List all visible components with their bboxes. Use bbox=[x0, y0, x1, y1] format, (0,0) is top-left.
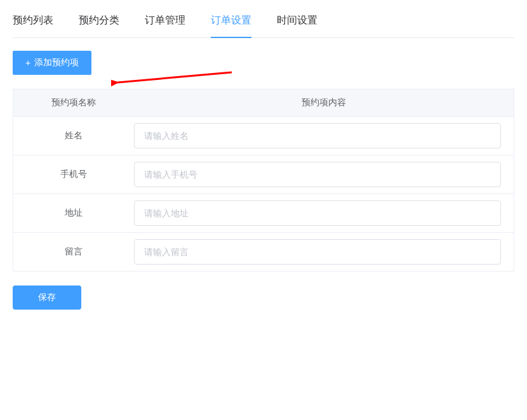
row-name-label: 留言 bbox=[13, 246, 134, 258]
tab-appointment-category[interactable]: 预约分类 bbox=[79, 1, 132, 37]
table-row: 地址 bbox=[13, 194, 514, 233]
row-name-label: 姓名 bbox=[13, 130, 134, 141]
phone-input[interactable] bbox=[134, 162, 501, 187]
table-header: 预约项名称 预约项内容 bbox=[13, 89, 514, 117]
address-input[interactable] bbox=[134, 200, 501, 226]
add-appointment-item-button[interactable]: + 添加预约项 bbox=[13, 51, 91, 75]
table-row: 姓名 bbox=[13, 117, 514, 155]
tab-time-settings[interactable]: 时间设置 bbox=[277, 1, 330, 37]
tab-order-settings[interactable]: 订单设置 bbox=[211, 1, 264, 37]
plus-icon: + bbox=[25, 58, 30, 67]
tabs-nav: 预约列表 预约分类 订单管理 订单设置 时间设置 bbox=[13, 1, 514, 38]
save-button[interactable]: 保存 bbox=[13, 285, 81, 310]
svg-line-1 bbox=[117, 72, 232, 82]
table-row: 手机号 bbox=[13, 155, 514, 194]
add-button-label: 添加预约项 bbox=[34, 57, 79, 69]
table-row: 留言 bbox=[13, 233, 514, 271]
tab-order-manage[interactable]: 订单管理 bbox=[145, 1, 198, 37]
appointment-items-table: 预约项名称 预约项内容 姓名 手机号 地址 留言 bbox=[13, 89, 514, 272]
row-name-label: 地址 bbox=[13, 207, 134, 219]
header-content: 预约项内容 bbox=[134, 89, 514, 116]
name-input[interactable] bbox=[134, 123, 501, 148]
tab-appointment-list[interactable]: 预约列表 bbox=[13, 1, 66, 37]
message-input[interactable] bbox=[134, 239, 501, 265]
row-name-label: 手机号 bbox=[13, 169, 134, 180]
header-name: 预约项名称 bbox=[13, 89, 134, 116]
